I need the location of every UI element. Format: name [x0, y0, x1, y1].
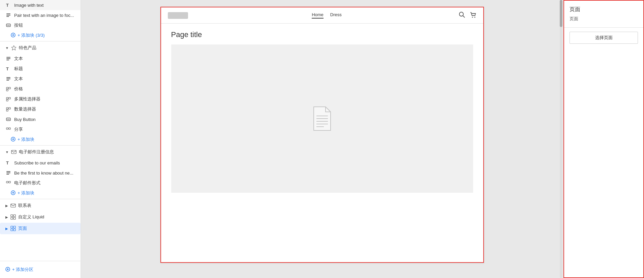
sidebar-item-qty[interactable]: 数量选择器 — [0, 104, 81, 114]
sidebar-item-label: 标题 — [14, 66, 23, 72]
nav-link-dress[interactable]: Dress — [330, 12, 342, 19]
button-icon — [5, 22, 11, 28]
add-block-top-button[interactable]: + 添加块 (3/3) — [0, 30, 81, 40]
sidebar-item-label: 文本 — [14, 56, 23, 62]
sidebar-item-title1[interactable]: T 标题 — [0, 64, 81, 74]
plus-icon2 — [5, 267, 10, 273]
plus-icon — [11, 33, 16, 38]
add-section-label: + 添加分区 — [12, 267, 33, 273]
svg-rect-49 — [13, 226, 16, 228]
svg-rect-19 — [6, 89, 8, 91]
T-icon2: T — [5, 160, 11, 166]
canvas-frame: Home Dress Page title — [160, 7, 484, 263]
sidebar-item-label: 按钮 — [14, 22, 23, 28]
sidebar-item-label: 文本 — [14, 76, 23, 82]
chevron-down-icon2: ▼ — [5, 150, 9, 154]
svg-rect-35 — [6, 171, 10, 172]
svg-rect-20 — [6, 97, 8, 99]
sidebar-scroll: T Image with text Pair text with an imag… — [0, 0, 81, 261]
nav-icons — [459, 11, 476, 19]
svg-rect-16 — [6, 80, 9, 81]
lines-icon3 — [5, 170, 11, 176]
svg-text:T: T — [6, 3, 9, 7]
section-label-active: 页面 — [18, 225, 27, 231]
svg-rect-21 — [9, 97, 10, 99]
star-icon — [11, 45, 17, 51]
bracket-icon3 — [5, 106, 11, 112]
section-label: 特色产品 — [19, 45, 36, 51]
svg-rect-29 — [9, 128, 10, 129]
grid-icon2 — [10, 225, 16, 231]
sidebar-item-price[interactable]: 价格 — [0, 84, 81, 94]
svg-rect-28 — [6, 128, 8, 129]
section-custom-liquid[interactable]: ▶ 自定义 Liquid — [0, 211, 81, 223]
svg-rect-25 — [6, 110, 8, 111]
right-panel-border-box: 页面 页面 选择页面 — [563, 0, 644, 278]
sidebar-item-first-to-know[interactable]: Be the first to know about ne... — [0, 168, 81, 178]
nav-link-home[interactable]: Home — [312, 12, 324, 19]
T-icon: T — [5, 66, 11, 72]
lines-icon2 — [5, 76, 11, 82]
sidebar-item-label: Subscribe to our emails — [14, 160, 60, 165]
svg-rect-18 — [9, 87, 10, 89]
sidebar-item-subscribe[interactable]: T Subscribe to our emails — [0, 158, 81, 168]
svg-rect-33 — [11, 150, 16, 154]
svg-marker-9 — [11, 45, 16, 50]
svg-rect-37 — [6, 174, 9, 175]
sidebar-item-share[interactable]: 分享 — [0, 124, 81, 134]
cart-icon[interactable] — [469, 11, 476, 19]
sidebar-item-label: 分享 — [14, 126, 23, 132]
section-page-active[interactable]: ▶ 页面 — [0, 223, 81, 234]
plus-circle-icon — [11, 137, 16, 143]
section-contact-form[interactable]: ▶ 联系表 — [0, 200, 81, 211]
canvas-scroll[interactable]: Home Dress Page title — [81, 0, 563, 278]
lines-icon — [5, 56, 11, 62]
chevron-right-icon3: ▶ — [5, 227, 8, 230]
bracket-icon2 — [5, 96, 11, 102]
sidebar-item-buy-button[interactable]: Buy Button — [0, 114, 81, 124]
page-content: Page title — [161, 24, 483, 199]
svg-rect-14 — [6, 77, 10, 78]
svg-point-58 — [474, 17, 476, 18]
chevron-down-icon: ▼ — [5, 46, 9, 50]
page-title: Page title — [171, 30, 473, 39]
svg-text:T: T — [6, 160, 9, 165]
svg-rect-2 — [6, 15, 10, 16]
svg-point-55 — [459, 12, 463, 16]
add-block-top-label: + 添加块 (3/3) — [18, 32, 45, 38]
sidebar-item-image-with-text-desc[interactable]: Pair text with an image to foc... — [0, 10, 81, 20]
left-sidebar: T Image with text Pair text with an imag… — [0, 0, 81, 278]
sidebar-item-label: 数量选择器 — [14, 106, 36, 112]
sidebar-item-variant[interactable]: 多属性选择器 — [0, 94, 81, 104]
sidebar-item-text1[interactable]: 文本 — [0, 54, 81, 64]
select-page-button[interactable]: 选择页面 — [570, 32, 638, 44]
sidebar-item-label: 多属性选择器 — [14, 96, 40, 102]
svg-rect-1 — [6, 13, 10, 14]
search-icon[interactable] — [459, 11, 465, 19]
svg-rect-17 — [6, 87, 8, 89]
right-panel-body: 选择页面 — [564, 28, 643, 48]
nav-links: Home Dress — [312, 12, 342, 19]
section-label: 联系表 — [18, 203, 31, 209]
sidebar-item-label: Be the first to know about ne... — [14, 171, 73, 176]
share-icon — [5, 126, 11, 132]
sidebar-item-image-with-text-title[interactable]: T Image with text — [0, 0, 81, 10]
page-body-placeholder — [171, 44, 473, 193]
section-featured-products[interactable]: ▼ 特色产品 — [0, 42, 81, 54]
add-section-button[interactable]: + 添加分区 — [0, 264, 81, 275]
sidebar-item-text2[interactable]: 文本 — [0, 74, 81, 84]
text-T-icon: T — [5, 2, 11, 8]
add-block-email-button[interactable]: + 添加块 — [0, 188, 81, 198]
bracket-icon4 — [5, 180, 11, 186]
section-email-signup[interactable]: ▼ 电子邮件注册信息 — [0, 146, 81, 158]
chevron-right-icon2: ▶ — [5, 215, 8, 219]
sidebar-item-email-form[interactable]: 电子邮件形式 — [0, 178, 81, 188]
svg-rect-47 — [13, 217, 16, 219]
sidebar-item-label: Buy Button — [14, 117, 36, 122]
sidebar-item-label: Pair text with an image to foc... — [14, 13, 74, 18]
svg-rect-39 — [9, 181, 10, 183]
store-logo — [168, 12, 188, 19]
add-block-featured-button[interactable]: + 添加块 — [0, 134, 81, 145]
sidebar-item-button[interactable]: 按钮 — [0, 20, 81, 30]
document-icon — [310, 105, 334, 132]
